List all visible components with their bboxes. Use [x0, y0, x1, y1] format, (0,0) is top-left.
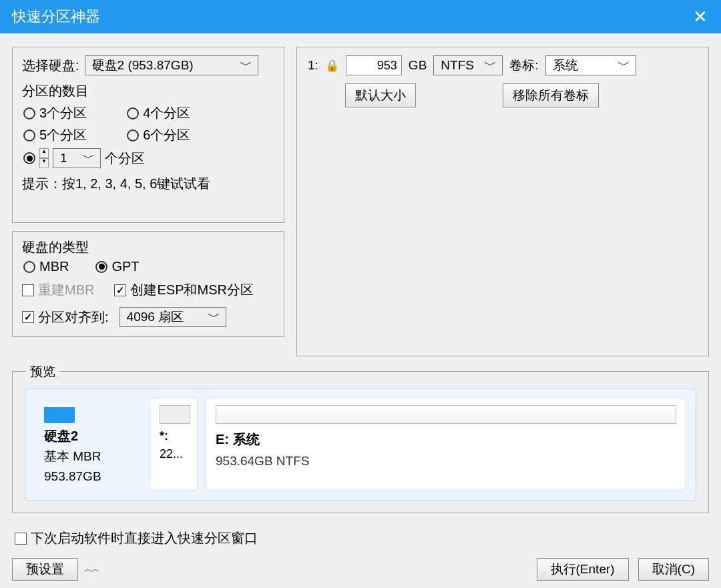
radio-3-partitions[interactable]: 3个分区	[23, 104, 87, 122]
preview-group: 预览 硬盘2 基本 MBR 953.87GB *: 22... E: 系统 95…	[12, 371, 709, 513]
disk-select-group: 选择硬盘: 硬盘2 (953.87GB) ﹀ 分区的数目 3个分区 4个分区 5…	[12, 47, 284, 223]
check-launch-quick-partition[interactable]: 下次启动软件时直接进入快速分区窗口	[15, 529, 258, 547]
chevron-down-icon: ﹀	[208, 308, 220, 326]
window-title: 快速分区神器	[12, 7, 688, 27]
disk-select-value: 硬盘2 (953.87GB)	[92, 57, 194, 74]
chevrons-up-icon[interactable]: ︿︿	[83, 563, 98, 575]
keyboard-hint: 提示：按1, 2, 3, 4, 5, 6键试试看	[22, 175, 274, 193]
preview-legend: 预览	[26, 363, 59, 380]
radio-6-partitions[interactable]: 6个分区	[127, 126, 190, 144]
radio-5-partitions[interactable]: 5个分区	[23, 126, 87, 144]
check-rebuild-mbr: 重建MBR	[22, 281, 94, 299]
bottom-area: 下次启动软件时直接进入快速分区窗口 预设置 ︿︿ 执行(Enter) 取消(C)	[12, 529, 709, 581]
dialog-body: 选择硬盘: 硬盘2 (953.87GB) ﹀ 分区的数目 3个分区 4个分区 5…	[0, 33, 721, 588]
custom-suffix: 个分区	[105, 150, 145, 168]
disk-type-title: 硬盘的类型	[22, 238, 274, 256]
remove-labels-button[interactable]: 移除所有卷标	[503, 83, 599, 107]
preview-disk-size: 953.87GB	[44, 469, 132, 484]
preview-part-name: E: 系统	[216, 430, 676, 449]
custom-count-select[interactable]: 1 ﹀	[53, 148, 101, 168]
preview-part-size: 953.64GB NTFS	[216, 454, 676, 469]
chevron-down-icon: ﹀	[618, 57, 630, 74]
filesystem-select[interactable]: NTFS ﹀	[433, 55, 503, 75]
partition-bar	[216, 405, 676, 424]
preview-main-partition[interactable]: E: 系统 953.64GB NTFS	[206, 398, 686, 491]
preview-disk-type: 基本 MBR	[44, 448, 132, 465]
check-align[interactable]: 分区对齐到:	[22, 308, 109, 326]
radio-4-partitions[interactable]: 4个分区	[127, 104, 190, 122]
chevron-down-icon: ﹀	[240, 57, 252, 74]
preview-disk-card[interactable]: 硬盘2 基本 MBR 953.87GB	[35, 398, 142, 491]
radio-custom-partitions[interactable]	[23, 152, 35, 164]
align-select[interactable]: 4096 扇区 ﹀	[119, 307, 226, 327]
select-disk-label: 选择硬盘:	[22, 57, 79, 75]
size-input[interactable]	[346, 55, 402, 75]
partition-count-label: 分区的数目	[22, 82, 274, 100]
cancel-button[interactable]: 取消(C)	[638, 558, 709, 581]
preview-small-partition[interactable]: *: 22...	[150, 398, 198, 491]
disk-icon	[44, 404, 75, 423]
volume-label-text: 卷标:	[509, 57, 538, 74]
chevron-down-icon: ﹀	[82, 150, 95, 167]
execute-button[interactable]: 执行(Enter)	[537, 558, 629, 581]
partition-config-panel: 1: 🔒 GB NTFS ﹀ 卷标: 系统 ﹀ 默认大小 移除所有卷标	[296, 47, 709, 356]
radio-mbr[interactable]: MBR	[23, 259, 69, 274]
radio-gpt[interactable]: GPT	[95, 259, 139, 274]
partition-box-icon	[160, 405, 190, 424]
lock-icon[interactable]: 🔒	[325, 59, 339, 73]
preview-small-size: 22...	[160, 447, 188, 461]
preview-small-star: *:	[160, 429, 188, 443]
preset-button[interactable]: 预设置	[12, 558, 78, 581]
close-icon[interactable]: ✕	[688, 7, 713, 27]
check-create-esp-msr[interactable]: 创建ESP和MSR分区	[114, 281, 253, 299]
default-size-button[interactable]: 默认大小	[345, 83, 416, 107]
disk-type-group: 硬盘的类型 MBR GPT 重建MBR 创建ESP和MSR分区 分区对齐到: 4…	[12, 231, 284, 337]
preview-disk-name: 硬盘2	[44, 427, 132, 445]
chevron-down-icon: ﹀	[484, 57, 497, 74]
titlebar: 快速分区神器 ✕	[0, 0, 721, 33]
disk-select[interactable]: 硬盘2 (953.87GB) ﹀	[85, 55, 258, 75]
gb-label: GB	[409, 58, 427, 73]
spin-handle[interactable]: ▲▼	[39, 148, 49, 168]
preview-inner: 硬盘2 基本 MBR 953.87GB *: 22... E: 系统 953.6…	[25, 388, 696, 501]
volume-label-select[interactable]: 系统 ﹀	[545, 55, 636, 75]
partition-index: 1:	[308, 58, 318, 73]
